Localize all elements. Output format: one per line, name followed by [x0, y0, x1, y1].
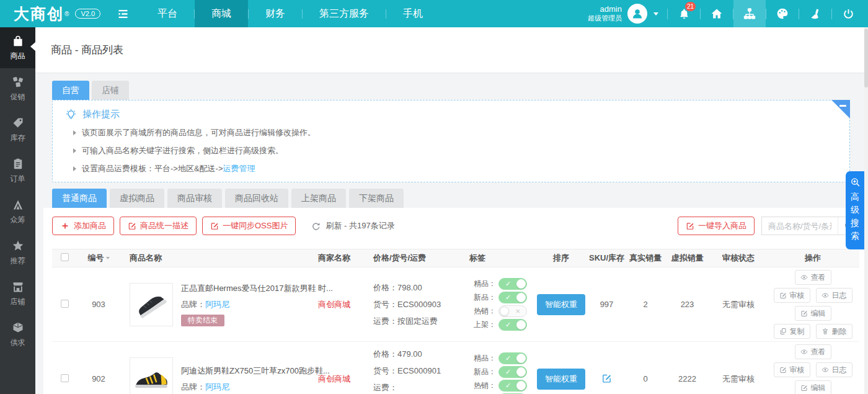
row-checkbox[interactable]	[61, 300, 69, 308]
new-toggle[interactable]	[498, 366, 527, 378]
sync-oss-images-button[interactable]: 一键同步OSS图片	[202, 217, 296, 235]
header-tags: 标签	[464, 253, 536, 264]
collapse-menu-icon[interactable]	[117, 7, 130, 20]
menu-item-third-party[interactable]: 第三方服务	[303, 0, 386, 27]
view-button[interactable]: 查看	[795, 344, 831, 359]
goods-id: 903	[77, 300, 120, 309]
refresh-record-count[interactable]: 刷新 - 共197条记录	[311, 220, 394, 231]
log-button[interactable]: 日志	[816, 288, 852, 303]
price-tag-icon	[12, 117, 24, 129]
version-badge: V2.0	[75, 9, 100, 19]
brand-label: 品牌：	[181, 382, 205, 392]
bullet-arrow-icon	[73, 148, 76, 153]
product-image[interactable]	[130, 357, 173, 394]
tab-store[interactable]: 店铺	[92, 81, 129, 100]
store-name[interactable]: 商创商城	[300, 299, 368, 310]
sitemap-button[interactable]	[733, 0, 766, 27]
new-toggle[interactable]	[498, 292, 527, 303]
sidebar-item-label: 商品	[11, 51, 25, 61]
sn-value: ECS000901	[397, 366, 441, 375]
user-info[interactable]: admin 超级管理员	[588, 4, 622, 23]
app-logo: 大商创® V2.0	[0, 4, 100, 24]
view-button[interactable]: 查看	[795, 270, 831, 285]
tab-on-sale[interactable]: 上架商品	[291, 189, 346, 208]
sidebar-item-crowdfunding[interactable]: 众筹	[0, 191, 35, 232]
log-button[interactable]: 日志	[816, 362, 852, 377]
menu-item-mall[interactable]: 商城	[195, 0, 248, 27]
product-title[interactable]: 正品直邮Hermes爱马仕2017新款男鞋 时...	[181, 283, 333, 294]
smart-weight-button[interactable]: 智能权重	[537, 294, 585, 315]
tips-title-row: 操作提示	[65, 109, 837, 120]
sidebar-item-stock[interactable]: 库存	[0, 109, 35, 150]
edit-button[interactable]: 编辑	[795, 306, 831, 321]
tab-off-sale[interactable]: 下架商品	[349, 189, 404, 208]
tab-recycle-bin[interactable]: 商品回收站	[225, 189, 288, 208]
logout-button[interactable]	[832, 0, 864, 27]
shipping-manage-link[interactable]: 运费管理	[223, 164, 255, 173]
scrollbar-thumb[interactable]	[864, 29, 868, 87]
hot-toggle[interactable]	[498, 305, 527, 317]
product-image[interactable]	[130, 283, 173, 326]
theme-palette-button[interactable]	[766, 0, 799, 27]
brand-label: 品牌：	[181, 300, 205, 309]
shipping-label: 运费：	[373, 383, 397, 392]
home-button[interactable]	[701, 0, 733, 27]
tab-normal-goods[interactable]: 普通商品	[52, 189, 107, 208]
sidebar-item-label: 众筹	[11, 215, 25, 225]
shop-type-tabs: 自营 店铺	[52, 81, 868, 100]
clipboard-icon	[12, 158, 24, 170]
sidebar-item-shops[interactable]: 店铺	[0, 273, 35, 314]
menu-item-mobile[interactable]: 手机	[386, 0, 440, 27]
lightbulb-icon	[65, 109, 77, 120]
search-input[interactable]	[762, 222, 838, 231]
tab-self-operated[interactable]: 自营	[52, 81, 89, 100]
sku-edit-icon[interactable]	[601, 373, 612, 383]
sidebar-item-recommend[interactable]: 推荐	[0, 232, 35, 273]
add-goods-button[interactable]: ＋添加商品	[52, 217, 114, 235]
tab-goods-audit[interactable]: 商品审核	[167, 189, 222, 208]
smart-weight-button[interactable]: 智能权重	[537, 369, 585, 390]
advanced-search-button[interactable]: 高级搜索	[846, 171, 864, 249]
tip-text: 可输入商品名称关键字进行搜索，侧边栏进行高级搜索。	[82, 145, 283, 156]
on-sale-toggle[interactable]	[498, 319, 527, 331]
header-id[interactable]: 编号	[77, 253, 120, 264]
price-info: 价格：479.00 货号：ECS000901 运费： 按运费模板(自定义)	[368, 346, 464, 394]
goods-list-panel: ＋添加商品 商品统一描述 一键同步OSS图片 刷新 - 共197条记录 一键导入…	[43, 208, 868, 394]
sidebar-item-label: 促销	[11, 92, 25, 102]
clear-cache-button[interactable]	[799, 0, 831, 27]
goods-type-tabs: 普通商品 虚拟商品 商品审核 商品回收站 上架商品 下架商品	[52, 189, 868, 208]
page-title-bar: 商品 - 商品列表	[35, 27, 868, 73]
sidebar-item-supply-demand[interactable]: 供求	[0, 314, 35, 355]
audit-button[interactable]: 审核	[774, 288, 810, 303]
hot-toggle[interactable]	[498, 380, 527, 392]
chevron-down-icon[interactable]	[653, 12, 658, 16]
best-toggle[interactable]	[498, 352, 527, 364]
notifications-button[interactable]: 21	[668, 0, 700, 27]
store-name[interactable]: 商创商城	[300, 374, 368, 385]
scrollbar[interactable]	[864, 27, 868, 394]
menu-item-finance[interactable]: 财务	[249, 0, 302, 27]
copy-button[interactable]: 复制	[774, 324, 810, 339]
brand-link[interactable]: 阿玛尼	[205, 300, 229, 309]
collapse-tips-button[interactable]	[831, 100, 850, 119]
sidebar-item-promotion[interactable]: 促销	[0, 68, 35, 109]
unify-description-button[interactable]: 商品统一描述	[120, 217, 197, 235]
delete-button[interactable]: 删除	[816, 324, 852, 339]
avatar[interactable]	[627, 4, 647, 24]
sidebar-item-goods[interactable]: 商品	[0, 27, 35, 68]
best-toggle[interactable]	[498, 278, 527, 290]
bag-icon	[12, 35, 24, 47]
brand-link[interactable]: 阿玛尼	[205, 382, 229, 392]
sidebar-item-orders[interactable]: 订单	[0, 150, 35, 191]
virtual-sales: 2222	[664, 374, 711, 383]
plus-icon: ＋	[60, 221, 70, 231]
import-goods-button[interactable]: 一键导入商品	[678, 217, 755, 235]
menu-item-platform[interactable]: 平台	[141, 0, 194, 27]
audit-button[interactable]: 审核	[774, 362, 810, 377]
tab-virtual-goods[interactable]: 虚拟商品	[110, 189, 164, 208]
tip-text-prefix: 设置商品运费模板：平台->地区&配送->	[82, 164, 223, 173]
row-checkbox[interactable]	[61, 374, 69, 382]
edit-button[interactable]: 编辑	[795, 380, 831, 394]
select-all-checkbox[interactable]	[61, 253, 69, 261]
table-row: 903 正品直邮Hermes爱马仕2017新款男鞋 时... 品牌：阿玛尼 特卖…	[52, 267, 859, 342]
